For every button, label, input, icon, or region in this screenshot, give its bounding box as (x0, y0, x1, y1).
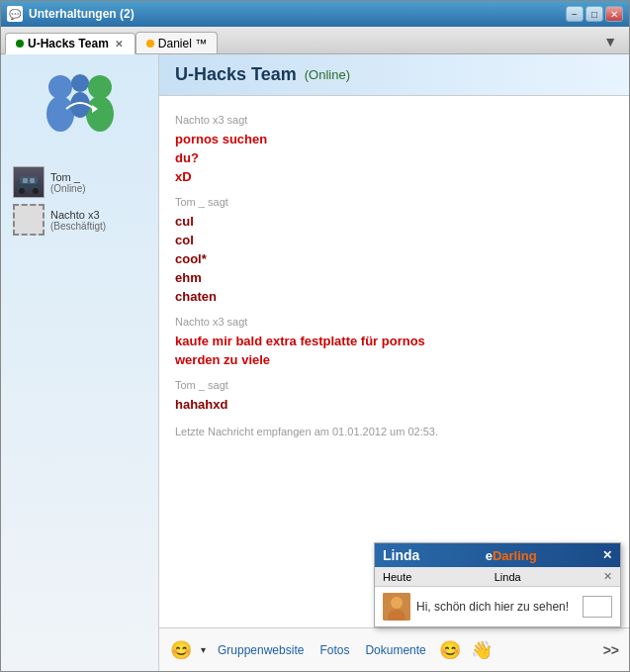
popup-body: Heute Linda ✕ Hi, schön dich hier zu seh… (375, 567, 620, 626)
popup-message-text: Hi, schön dich hier zu sehen! (416, 600, 577, 614)
popup-close-button[interactable]: ✕ (602, 548, 612, 562)
svg-point-4 (71, 74, 89, 92)
emoji2-icon: 😊 (439, 639, 461, 661)
contact-status-tom: (Online) (50, 183, 86, 194)
main-window: 💬 Unterhaltungen (2) − □ ✕ U-Hacks Team … (0, 0, 630, 672)
more-button[interactable]: >> (603, 642, 619, 658)
car-avatar-icon (14, 167, 44, 197)
app-icon: 💬 (7, 6, 23, 22)
tab-status-dot (16, 40, 24, 48)
sender-label: Nachto x3 sagt (175, 316, 613, 328)
tab-uhacks[interactable]: U-Hacks Team ✕ (5, 33, 135, 54)
tab-label-daniel: Daniel ™ (158, 37, 207, 50)
group-icon (26, 64, 135, 153)
message-text: ehm (175, 270, 613, 285)
svg-rect-8 (20, 176, 38, 184)
svg-point-14 (391, 597, 403, 609)
contact-item-tom[interactable]: Tom _ (Online) (9, 163, 150, 201)
dokumente-button[interactable]: Dokumente (361, 641, 429, 659)
chat-status: (Online) (305, 67, 350, 82)
tab-dropdown-arrow[interactable]: ▼ (595, 30, 625, 53)
fotos-button[interactable]: Fotos (315, 641, 353, 659)
edarling-popup: Linda eDarling ✕ Heute Linda ✕ (374, 542, 621, 627)
svg-point-9 (19, 188, 25, 194)
popup-today-label: Heute (383, 571, 411, 583)
emoji-button[interactable]: 😊 (169, 638, 193, 662)
svg-point-10 (33, 188, 39, 194)
message-text: pornos suchen (175, 132, 613, 146)
svg-point-2 (88, 75, 112, 99)
popup-message-row: Hi, schön dich hier zu sehen! (375, 587, 620, 626)
contact-info-tom: Tom _ (Online) (50, 171, 86, 194)
sidebar: Tom _ (Online) Nachto x3 (Beschäftigt) (1, 54, 159, 671)
popup-reply-input[interactable] (583, 596, 612, 618)
maximize-button[interactable]: □ (585, 6, 603, 22)
tab-status-dot-daniel (146, 40, 154, 48)
tab-label: U-Hacks Team (28, 37, 109, 50)
contact-status-nachto: (Beschäftigt) (50, 221, 106, 232)
tab-bar: U-Hacks Team ✕ Daniel ™ ▼ (1, 27, 629, 54)
chat-header: U-Hacks Team (Online) (159, 54, 629, 96)
chat-title: U-Hacks Team (175, 64, 297, 85)
title-bar-controls: − □ ✕ (566, 6, 623, 22)
emoji2-button[interactable]: 😊 (438, 638, 462, 662)
message-text: cul (175, 214, 613, 229)
minimize-button[interactable]: − (566, 6, 584, 22)
title-bar: 💬 Unterhaltungen (2) − □ ✕ (1, 1, 629, 27)
gruppenwebsite-button[interactable]: Gruppenwebsite (214, 641, 308, 659)
sender-label: Tom _ sagt (175, 379, 613, 391)
message-text: chaten (175, 289, 613, 304)
tab-close-icon[interactable]: ✕ (113, 38, 125, 49)
tab-daniel[interactable]: Daniel ™ (135, 32, 218, 53)
sender-label: Tom _ sagt (175, 196, 613, 208)
avatar-nachto (13, 204, 45, 236)
popup-header: Linda eDarling ✕ (375, 543, 620, 567)
sender-label: Nachto x3 sagt (175, 114, 613, 126)
popup-subheader: Heute Linda ✕ (375, 567, 620, 587)
contact-item-nachto[interactable]: Nachto x3 (Beschäftigt) (9, 201, 150, 239)
popup-sub-close-button[interactable]: ✕ (603, 570, 612, 583)
last-message-info: Letzte Nachricht empfangen am 01.01.2012… (175, 426, 613, 437)
message-text: kaufe mir bald extra festplatte für porn… (175, 334, 613, 348)
message-text: du? (175, 150, 613, 165)
message-text: werden zu viele (175, 352, 613, 367)
popup-sender-label: Linda (495, 571, 521, 583)
title-bar-left: 💬 Unterhaltungen (2) (7, 6, 135, 22)
message-text: col (175, 233, 613, 247)
wink-button[interactable]: 👋 (470, 638, 494, 662)
message-text: hahahxd (175, 397, 613, 412)
contact-name-nachto: Nachto x3 (50, 209, 106, 221)
popup-brand: eDarling (486, 548, 537, 563)
svg-rect-12 (30, 178, 35, 183)
contact-name-tom: Tom _ (50, 171, 86, 183)
svg-point-3 (86, 96, 114, 132)
message-text: cool* (175, 251, 613, 266)
popup-brand-darling: Darling (493, 548, 537, 563)
svg-point-1 (46, 96, 74, 132)
input-bar: 😊 ▾ Gruppenwebsite Fotos Dokumente 😊 👋 >… (159, 627, 629, 671)
svg-rect-11 (23, 178, 28, 183)
message-text: xD (175, 169, 613, 184)
window-title: Unterhaltungen (2) (29, 7, 135, 21)
popup-avatar (383, 593, 410, 621)
svg-point-0 (48, 75, 72, 99)
contact-info-nachto: Nachto x3 (Beschäftigt) (50, 209, 106, 232)
emoji-icon: 😊 (170, 639, 192, 661)
close-button[interactable]: ✕ (605, 6, 623, 22)
avatar-tom (13, 166, 45, 198)
popup-name: Linda (383, 547, 419, 563)
wink-icon: 👋 (471, 639, 493, 661)
emoji-dropdown-arrow[interactable]: ▾ (201, 644, 206, 655)
